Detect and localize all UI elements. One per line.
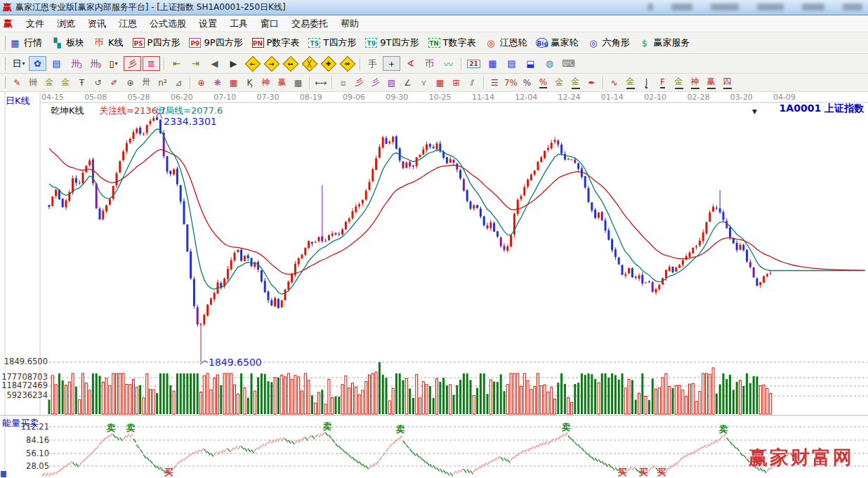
- width-measure-tool[interactable]: ⟷: [313, 76, 329, 90]
- pan-hand-button[interactable]: 手: [364, 56, 381, 71]
- wave-a-tool[interactable]: ∿: [606, 76, 622, 90]
- 9p-square-button[interactable]: P99P四方形: [189, 36, 242, 49]
- ruler-grid-tool[interactable]: 卌: [25, 76, 41, 90]
- menu-工具[interactable]: 工具: [223, 16, 254, 32]
- spiral-tool[interactable]: ↺: [90, 76, 106, 90]
- collapse-caret-icon[interactable]: ▼: [752, 108, 757, 115]
- zoom-h-diamond[interactable]: ↔: [282, 56, 299, 71]
- t-square-button[interactable]: TST四方形: [308, 36, 356, 49]
- percent-tool[interactable]: %: [519, 76, 535, 90]
- calendar-button[interactable]: 21: [465, 56, 482, 71]
- menu-江恩[interactable]: 江恩: [112, 16, 143, 32]
- zoom-right-diamond[interactable]: →: [263, 56, 280, 71]
- menu-窗口[interactable]: 窗口: [254, 16, 285, 32]
- circle-cross-tool[interactable]: ⊕: [193, 76, 209, 90]
- t-table-button[interactable]: TNT数字表: [428, 36, 476, 49]
- titlebar-widget[interactable]: [757, 4, 784, 11]
- v-line-tool[interactable]: ⋎: [416, 76, 432, 90]
- ying-tool[interactable]: 赢: [274, 76, 290, 90]
- angle-ruler-tool[interactable]: ⊿: [171, 76, 187, 90]
- gann-box-tool[interactable]: ⧈: [335, 76, 351, 90]
- spider-web-tool[interactable]: ▦: [225, 76, 242, 90]
- grid123-tool[interactable]: ▦: [290, 76, 306, 90]
- menu-帮助[interactable]: 帮助: [334, 16, 365, 32]
- titlebar-widget[interactable]: [802, 4, 824, 11]
- p-table-button[interactable]: PNP数字表: [252, 36, 300, 49]
- k-quote-tool[interactable]: Ϗ: [242, 76, 258, 90]
- kline-button[interactable]: 帀K线: [93, 36, 124, 49]
- expand-diamond[interactable]: ✚: [320, 56, 337, 71]
- shen-angle-tool[interactable]: 神: [687, 76, 703, 90]
- first-page-button[interactable]: ⇤: [168, 56, 185, 71]
- percent7-tool[interactable]: 7%: [503, 76, 519, 90]
- winner-wheel-button[interactable]: Big赢家轮: [536, 36, 578, 49]
- kline-chart-canvas[interactable]: 04-1505-0805-2806-2007-1007-3008-1909-06…: [0, 92, 868, 478]
- gann-wheel-button[interactable]: ◎江恩轮: [485, 36, 527, 49]
- brush-tool[interactable]: ✎: [9, 76, 25, 90]
- crosshair-button[interactable]: ＋: [383, 56, 400, 71]
- qiankun-pattern-button[interactable]: ✿: [29, 56, 46, 71]
- menu-交易委托[interactable]: 交易委托: [285, 16, 334, 32]
- red-pen-tool[interactable]: ✐: [106, 76, 122, 90]
- sectors-button[interactable]: ▚板块: [51, 36, 84, 49]
- menu-资讯[interactable]: 资讯: [81, 16, 112, 32]
- next-button[interactable]: ▶: [225, 56, 242, 71]
- web-sync-button[interactable]: ◍: [541, 56, 558, 71]
- percent-bar-tool[interactable]: %: [535, 76, 551, 90]
- prev-button[interactable]: ◀: [206, 56, 223, 71]
- menu-浏览[interactable]: 浏览: [51, 16, 81, 32]
- gold-underline-tool[interactable]: 金: [567, 76, 584, 90]
- chip-distribution-button[interactable]: 彡: [124, 56, 141, 71]
- tick-grid-tool[interactable]: 卅: [138, 76, 154, 90]
- parallel-lines-tool[interactable]: ⫽: [464, 76, 480, 90]
- market-quotes-button[interactable]: ▦行情: [9, 36, 42, 49]
- ink-brush-tool[interactable]: ✒: [584, 76, 600, 90]
- four-angle-tool[interactable]: 四: [719, 76, 735, 90]
- n-square-tool[interactable]: n²: [154, 76, 171, 90]
- fit-diamond[interactable]: ⇔: [338, 56, 356, 71]
- info-list-button[interactable]: ▤: [48, 56, 65, 71]
- price-ladder-tool[interactable]: ☰: [487, 76, 503, 90]
- purple-grid-tool[interactable]: ▨: [383, 76, 400, 90]
- gold-channel-tool[interactable]: 金: [622, 76, 638, 90]
- f-angle-tool[interactable]: F: [655, 76, 671, 90]
- titlebar-widget[interactable]: [647, 4, 653, 11]
- compress-diamond[interactable]: ╳: [301, 56, 318, 71]
- wave3-button[interactable]: 卅3: [67, 56, 84, 71]
- chart-region[interactable]: 04-1505-0805-2806-2007-1007-3008-1909-06…: [0, 92, 868, 478]
- red-mesh2-tool[interactable]: ⊞: [448, 76, 464, 90]
- workstation-button[interactable]: ⌨: [560, 56, 577, 71]
- corner-grip[interactable]: [1, 471, 6, 477]
- calculator-button[interactable]: ▦: [484, 56, 501, 71]
- titlebar-widget[interactable]: [711, 4, 739, 11]
- zoom-left-diamond[interactable]: ←: [244, 56, 261, 71]
- save-button[interactable]: ⬓: [522, 56, 539, 71]
- toolbar-grip[interactable]: [2, 36, 6, 51]
- title-bar[interactable]: 赢 赢家江恩专业版[赢家内部服务平台] - [上证指数 SH1A0001-250…: [0, 0, 868, 15]
- gann-fan-tool[interactable]: 彡: [351, 76, 367, 90]
- notes-button[interactable]: ▤: [503, 56, 520, 71]
- menu-设置[interactable]: 设置: [192, 16, 223, 32]
- titlebar-widget[interactable]: [843, 4, 862, 11]
- shen-tool[interactable]: 神: [258, 76, 274, 90]
- gold-circle-tool[interactable]: 金: [551, 76, 567, 90]
- toolbar-grip[interactable]: [2, 57, 6, 70]
- titlebar-widgets[interactable]: [647, 4, 862, 11]
- menu-公式选股[interactable]: 公式选股: [143, 16, 192, 32]
- menu-文件[interactable]: 文件: [20, 16, 51, 32]
- ying-angle-tool[interactable]: 赢: [703, 76, 719, 90]
- toolbar-grip[interactable]: [2, 77, 6, 89]
- circle-grid-tool[interactable]: ⊕: [122, 76, 138, 90]
- star-wheel-tool[interactable]: ❋: [209, 76, 225, 90]
- gann-tool-button[interactable]: 币: [421, 56, 438, 71]
- volume-profile-button[interactable]: ≣: [143, 56, 160, 71]
- gold-angle-tool[interactable]: 金: [671, 76, 687, 90]
- gold-gate1-tool[interactable]: 金: [41, 76, 58, 90]
- hexagon-button[interactable]: ◎六角形: [587, 36, 629, 49]
- red-mesh-tool[interactable]: ▦: [432, 76, 448, 90]
- candle-style-button[interactable]: ▯▾: [105, 56, 122, 71]
- winner-service-button[interactable]: $赢家服务: [638, 36, 690, 49]
- wave-tool-button[interactable]: 〰: [440, 56, 457, 71]
- p-square-button[interactable]: PSP四方形: [133, 36, 180, 49]
- angle-measure-button[interactable]: ∢: [402, 56, 419, 71]
